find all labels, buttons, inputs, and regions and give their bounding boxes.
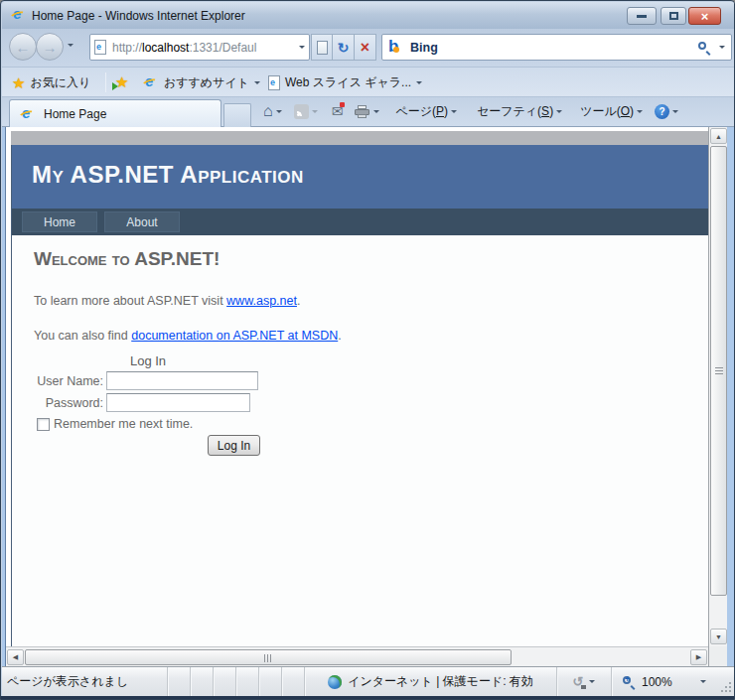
back-icon: ← — [16, 39, 31, 56]
navigation-bar: ← → e http://localhost:1331/Defaul ↻ × b — [2, 29, 735, 67]
refresh-button[interactable]: ↻ — [333, 34, 355, 61]
history-dropdown-icon[interactable] — [68, 44, 74, 47]
security-zone-cell[interactable]: インターネット | 保護モード: 有効 — [305, 667, 557, 696]
menu-item-about[interactable]: About — [104, 211, 180, 232]
page-heading: Welcome to ASP.NET! — [34, 248, 220, 270]
safety-menu[interactable]: セーフティ(S) — [477, 103, 562, 120]
page-menu[interactable]: ページ(P) — [395, 103, 457, 120]
page-viewport: My ASP.NET Application Home About Welcom… — [6, 127, 708, 646]
url-scheme: http:// — [112, 41, 142, 55]
web-slice-gallery-button[interactable]: e Web スライス ギャラ... — [268, 70, 422, 94]
status-cell-empty — [236, 667, 259, 696]
password-field[interactable] — [106, 393, 250, 412]
status-cell-empty — [282, 667, 305, 696]
webpage: My ASP.NET Application Home About Welcom… — [11, 145, 708, 646]
favorites-button[interactable]: ★ お気に入り — [12, 70, 90, 94]
back-button[interactable]: ← — [9, 33, 37, 61]
scroll-up-icon: ▲ — [715, 133, 722, 140]
docs-text: You can also find — [34, 329, 131, 343]
favorites-star-icon: ★ — [12, 75, 25, 90]
page-menu-label: ページ(P) — [395, 103, 448, 120]
add-to-favorites-bar-button[interactable]: ★ — [115, 70, 128, 94]
site-title: My ASP.NET Application — [32, 161, 304, 189]
status-cell-empty — [191, 667, 214, 696]
close-icon: × — [701, 9, 709, 24]
horizontal-scrollbar[interactable]: ◀ ▶ — [6, 646, 708, 666]
tools-menu-dropdown-icon — [637, 110, 643, 113]
resize-grip-icon[interactable] — [720, 681, 732, 693]
web-slice-label: Web スライス ギャラ... — [285, 74, 411, 91]
scroll-right-icon: ▶ — [696, 653, 701, 661]
docs-paragraph: You can also find documentation on ASP.N… — [34, 329, 342, 343]
address-dropdown-icon[interactable] — [299, 46, 305, 49]
username-field[interactable] — [106, 371, 258, 390]
url-path: :1331/Defaul — [189, 41, 256, 55]
search-icon[interactable] — [697, 41, 711, 55]
home-button[interactable]: ⌂ — [263, 103, 282, 119]
ie-logo-icon: e — [11, 7, 27, 26]
compatibility-view-icon — [317, 41, 328, 55]
zoom-control[interactable]: 100% — [612, 667, 728, 696]
home-dropdown-icon — [276, 110, 282, 113]
menu-home-label: Home — [44, 215, 75, 229]
suggested-sites-button[interactable]: e おすすめサイト — [143, 70, 260, 94]
stop-icon: × — [361, 40, 369, 56]
tools-menu[interactable]: ツール(O) — [580, 103, 643, 120]
window-frame-bottom — [1, 696, 735, 700]
rss-feed-icon — [294, 104, 309, 119]
url-host: localhost — [142, 41, 189, 55]
forward-button[interactable]: → — [36, 33, 64, 61]
new-tab-button[interactable] — [223, 103, 251, 127]
vertical-scrollbar-thumb[interactable] — [710, 146, 727, 596]
title-bar[interactable]: e Home Page - Windows Internet Explorer … — [2, 2, 735, 29]
password-label: Password: — [34, 396, 103, 410]
asp-net-link[interactable]: www.asp.net — [226, 294, 297, 308]
search-dropdown-icon[interactable] — [719, 46, 725, 49]
help-dropdown-icon — [672, 110, 678, 113]
protection-icon: ↺ — [573, 674, 584, 689]
window-title: Home Page - Windows Internet Explorer — [32, 9, 245, 23]
printer-icon — [355, 105, 370, 118]
search-box[interactable]: b — [381, 34, 732, 61]
scroll-left-button[interactable]: ◀ — [7, 649, 24, 665]
status-bar: ページが表示されまし インターネット | 保護モード: 有効 ↺ 100% — [2, 666, 735, 696]
page-menu-dropdown-icon — [451, 110, 457, 113]
login-button[interactable]: Log In — [208, 435, 260, 456]
tab-home-page[interactable]: e Home Page — [9, 99, 221, 127]
scroll-up-button[interactable]: ▲ — [710, 128, 727, 144]
scroll-left-icon: ◀ — [13, 653, 18, 661]
username-label: User Name: — [34, 374, 103, 388]
suggested-sites-icon: e — [143, 74, 159, 90]
read-mail-button[interactable]: ✉ — [332, 104, 344, 118]
vertical-scrollbar[interactable]: ▲ ▼ — [708, 127, 727, 646]
horizontal-scrollbar-thumb[interactable] — [25, 649, 512, 665]
zoom-level: 100% — [642, 675, 672, 689]
menu-item-home[interactable]: Home — [22, 211, 97, 232]
login-form-title: Log In — [34, 353, 262, 368]
stop-button[interactable]: × — [355, 34, 376, 61]
scrollbar-corner — [708, 646, 727, 666]
scroll-down-button[interactable]: ▼ — [710, 629, 727, 644]
remember-me-checkbox[interactable] — [37, 418, 50, 431]
window-frame-right — [727, 127, 735, 666]
help-menu[interactable]: ? — [655, 104, 678, 119]
print-button[interactable] — [355, 105, 379, 118]
favorites-bar: ★ お気に入り ★ e おすすめサイト e Web スライス ギャラ... — [2, 67, 735, 96]
close-button[interactable]: × — [688, 7, 721, 25]
minimize-button[interactable] — [627, 7, 657, 25]
remember-me-label: Remember me next time. — [54, 417, 193, 431]
address-input[interactable]: e http://localhost:1331/Defaul — [89, 34, 310, 61]
bing-logo-icon: b — [388, 40, 404, 56]
zoom-dropdown-icon — [700, 680, 706, 683]
feeds-button[interactable] — [294, 104, 318, 119]
favorites-separator — [105, 72, 106, 92]
msdn-docs-link[interactable]: documentation on ASP.NET at MSDN — [131, 329, 338, 343]
menu-about-label: About — [126, 215, 157, 229]
compatibility-view-button[interactable] — [311, 34, 333, 61]
mail-icon: ✉ — [332, 104, 344, 118]
web-slice-dropdown-icon — [416, 81, 422, 84]
privacy-button[interactable]: ↺ — [557, 667, 612, 696]
scroll-right-button[interactable]: ▶ — [690, 649, 707, 665]
maximize-button[interactable] — [661, 7, 686, 25]
search-input[interactable] — [410, 41, 668, 55]
